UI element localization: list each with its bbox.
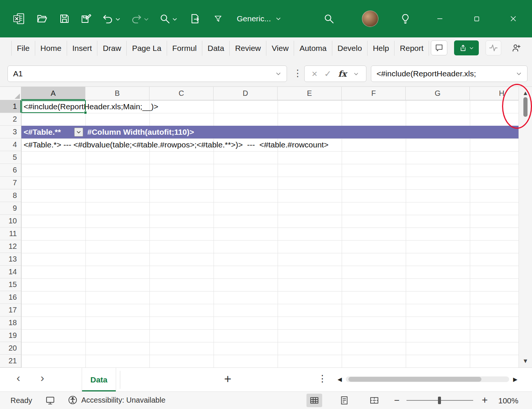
comments-button[interactable] [431,40,447,55]
row-header[interactable]: 15 [0,278,21,291]
formula-bar-options-icon[interactable]: ⋮ [293,68,302,79]
formula-expand-icon[interactable] [516,71,522,77]
scroll-down-icon[interactable]: ▼ [519,358,532,364]
page-break-view-button[interactable] [366,394,382,407]
ribbon-tab[interactable]: Help [368,41,395,56]
activity-icon[interactable] [486,40,501,55]
scroll-left-icon[interactable]: ◀ [338,376,342,383]
row-header[interactable]: 21 [0,355,21,367]
sheet-nav-left-icon[interactable]: ‹ [12,372,25,384]
ribbon-tab[interactable]: Develo [332,41,368,56]
column-header[interactable]: F [342,87,406,100]
ribbon-tab[interactable]: Data [202,41,230,56]
row-header[interactable]: 13 [0,253,21,266]
row-header[interactable]: 5 [0,151,21,164]
formula-input[interactable]: <#include(ReportHeader.xls; [371,65,528,82]
zoom-out-button[interactable]: − [394,395,400,406]
row-header[interactable]: 7 [0,177,21,189]
row-header[interactable]: 14 [0,266,21,278]
redo-chevron-icon[interactable] [143,16,149,22]
vertical-scrollbar-thumb[interactable] [523,97,528,117]
row-header[interactable]: 10 [0,215,21,228]
ribbon-tab[interactable]: Home [35,41,67,56]
share-button[interactable] [454,40,479,55]
row-header[interactable]: 11 [0,228,21,240]
redo-icon[interactable] [130,13,142,25]
scroll-right-icon[interactable]: ▶ [513,376,517,383]
column-header[interactable]: B [85,87,149,100]
cell-b3[interactable]: #Column Width(autofit;110)> [87,126,194,138]
ribbon-tab[interactable]: Report [395,41,429,56]
sheet-tab-data[interactable]: Data [82,368,116,391]
fx-chevron-icon[interactable] [353,71,359,77]
scroll-up-icon[interactable]: ▲ [519,90,532,97]
zoom-slider[interactable] [406,400,473,401]
cancel-icon[interactable]: × [312,68,317,80]
ribbon-tab[interactable]: Insert [67,41,98,56]
cells-area[interactable]: <#include(ReportHeader.xls;Main;__)> <#T… [21,100,519,367]
page-layout-view-button[interactable] [336,394,352,407]
cell-a4[interactable]: <#Table.*> --- <#dbvalue(table;<#table.#… [24,138,329,151]
row-header[interactable]: 20 [0,342,21,355]
insert-function-icon[interactable]: fx [338,69,347,79]
find-chevron-icon[interactable] [172,16,178,22]
document-title[interactable]: Generic... [237,13,281,25]
enter-icon[interactable]: ✓ [324,69,331,79]
undo-chevron-icon[interactable] [115,16,121,22]
new-sheet-button[interactable]: + [220,371,235,387]
row-header[interactable]: 2 [0,113,21,126]
form-page-icon[interactable] [189,13,201,25]
save-icon[interactable] [58,13,70,25]
column-header[interactable]: C [149,87,214,100]
row-header[interactable]: 3 [0,126,21,138]
filter-funnel-icon[interactable] [212,13,224,25]
ribbon-tab[interactable]: Page La [127,41,167,56]
sheet-nav-right-icon[interactable]: › [36,372,49,384]
row-header[interactable]: 1 [0,100,21,113]
horizontal-scrollbar-thumb[interactable] [348,377,481,382]
row-header[interactable]: 8 [0,189,21,202]
row-header[interactable]: 17 [0,304,21,317]
maximize-button[interactable] [468,11,485,26]
save-as-icon[interactable] [80,13,92,25]
normal-view-button[interactable] [306,394,322,407]
zoom-slider-thumb[interactable] [438,397,441,404]
name-box[interactable]: A1 [7,65,287,82]
row-header[interactable]: 18 [0,317,21,329]
ribbon-tab[interactable]: Formul [167,41,202,56]
vertical-scrollbar[interactable]: ▲ ▼ [519,87,532,367]
row-header[interactable]: 12 [0,240,21,253]
lightbulb-icon[interactable] [399,13,411,25]
cell-a3[interactable]: <#Table.** [24,126,61,138]
horizontal-scrollbar[interactable]: ◀ ▶ [335,373,520,386]
accessibility-status[interactable]: Accessibility: Unavailable [67,395,166,405]
macro-record-icon[interactable] [45,395,55,406]
sheet-more-icon[interactable]: ⋮ [318,373,327,384]
ribbon-tab[interactable]: Automa [294,41,332,56]
name-box-chevron-icon[interactable] [275,71,281,77]
zoom-in-button[interactable]: + [482,394,488,406]
close-button[interactable] [505,11,522,26]
zoom-percentage[interactable]: 100% [498,396,519,405]
ribbon-tab[interactable]: Review [230,41,266,56]
minimize-button[interactable] [432,11,448,26]
ribbon-tab[interactable]: File [11,41,35,56]
undo-icon[interactable] [102,13,114,25]
people-icon[interactable] [508,40,525,55]
fill-handle[interactable] [84,111,87,114]
ribbon-tab[interactable]: View [266,41,294,56]
open-file-icon[interactable] [36,13,48,25]
row-header[interactable]: 9 [0,202,21,215]
column-header[interactable]: G [406,87,470,100]
row-header[interactable]: 19 [0,329,21,342]
column-header[interactable]: A [21,87,85,100]
find-icon[interactable] [159,13,171,25]
ribbon-tab[interactable]: Draw [97,41,127,56]
search-icon[interactable] [323,13,335,25]
row-header[interactable]: 16 [0,291,21,304]
column-header[interactable]: D [214,87,278,100]
column-header[interactable]: H [470,87,519,100]
user-avatar[interactable] [362,10,378,27]
row-header[interactable]: 4 [0,138,21,151]
autofilter-dropdown[interactable] [74,128,83,137]
